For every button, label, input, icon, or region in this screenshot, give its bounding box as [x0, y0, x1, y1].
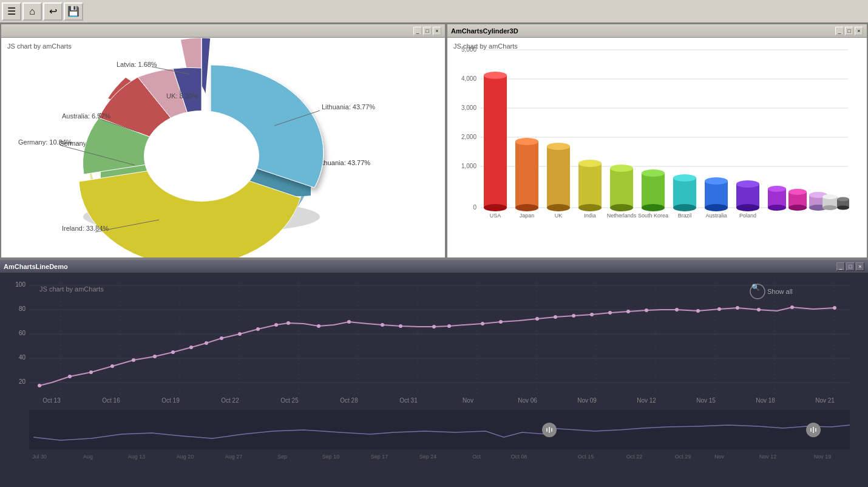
- pie-minimize-button[interactable]: _: [413, 27, 422, 35]
- svg-text:UK: 3.20%: UK: 3.20%: [166, 92, 198, 100]
- svg-text:Nov: Nov: [463, 397, 473, 404]
- svg-text:Oct 29: Oct 29: [675, 454, 691, 460]
- svg-point-134: [717, 307, 721, 311]
- svg-text:80: 80: [19, 305, 26, 312]
- svg-text:South Korea: South Korea: [638, 213, 668, 219]
- top-row: _ □ × JS chart by amCharts: [0, 23, 868, 260]
- svg-point-67: [788, 205, 807, 211]
- svg-point-125: [535, 317, 539, 321]
- cylinder-chart-svg: 5,000 4,000 3,000 2,000 1,000 0 USA: [447, 38, 860, 253]
- svg-point-113: [238, 332, 242, 336]
- svg-point-43: [610, 165, 633, 172]
- svg-text:Jul 30: Jul 30: [32, 454, 47, 460]
- svg-text:Nov 09: Nov 09: [577, 397, 597, 404]
- svg-point-64: [768, 205, 786, 211]
- home-button[interactable]: ⌂: [22, 2, 42, 21]
- line-chart-svg: JS chart by amCharts 100 80 60 40 20: [0, 273, 868, 486]
- svg-point-111: [205, 341, 208, 345]
- svg-text:Oct 22: Oct 22: [221, 397, 239, 404]
- svg-text:Australia: Australia: [705, 213, 727, 219]
- svg-rect-54: [705, 181, 728, 208]
- svg-point-1: [144, 111, 259, 202]
- line-minimize-button[interactable]: _: [836, 262, 845, 271]
- svg-point-129: [608, 311, 612, 315]
- svg-text:Nov 18: Nov 18: [756, 397, 775, 404]
- svg-point-119: [381, 323, 384, 327]
- svg-point-114: [256, 327, 260, 331]
- cylinder-maximize-button[interactable]: □: [845, 27, 853, 35]
- svg-point-66: [788, 189, 807, 195]
- svg-point-118: [347, 320, 351, 324]
- svg-point-44: [610, 204, 633, 211]
- line-panel-title: AmChartsLineDemo: [4, 263, 68, 270]
- svg-point-40: [578, 204, 602, 211]
- cylinder-close-button[interactable]: ×: [855, 27, 863, 35]
- svg-text:Oct 19: Oct 19: [161, 397, 180, 404]
- svg-point-132: [675, 308, 679, 312]
- svg-text:3,000: 3,000: [461, 104, 476, 111]
- svg-text:Germany: 10.94%: Germany: 10.94%: [18, 138, 72, 146]
- line-chart-panel: AmChartsLineDemo _ □ × JS chart by amCha…: [0, 260, 868, 487]
- line-close-button[interactable]: ×: [856, 262, 864, 271]
- svg-point-138: [833, 306, 836, 310]
- cylinder-minimize-button[interactable]: _: [835, 27, 844, 35]
- svg-text:Oct 13: Oct 13: [42, 397, 61, 404]
- svg-text:Aug 27: Aug 27: [225, 454, 243, 460]
- svg-point-35: [547, 143, 570, 150]
- svg-rect-156: [29, 410, 850, 449]
- svg-point-28: [484, 204, 507, 211]
- svg-point-131: [645, 308, 648, 312]
- svg-point-126: [554, 315, 557, 319]
- svg-point-60: [736, 204, 759, 211]
- line-panel-titlebar: AmChartsLineDemo _ □ ×: [0, 260, 868, 273]
- cylinder-chart-panel: AmChartsCylinder3D _ □ × JS chart by amC…: [446, 23, 868, 259]
- svg-rect-50: [673, 178, 696, 208]
- svg-text:Sep 24: Sep 24: [419, 454, 437, 460]
- svg-point-32: [515, 204, 538, 211]
- svg-text:Oct 25: Oct 25: [280, 397, 299, 404]
- svg-point-39: [578, 160, 602, 167]
- svg-text:USA: USA: [490, 213, 501, 219]
- svg-text:JS chart by amCharts: JS chart by amCharts: [39, 285, 104, 293]
- pie-chart-panel: _ □ × JS chart by amCharts: [0, 23, 446, 259]
- save-button[interactable]: 💾: [64, 2, 83, 21]
- svg-point-107: [132, 358, 135, 362]
- cylinder-chart-area: JS chart by amCharts 5,000 4,000 3,000 2…: [447, 38, 867, 257]
- svg-point-121: [432, 325, 436, 329]
- svg-rect-34: [547, 146, 570, 208]
- svg-text:4,000: 4,000: [461, 75, 476, 82]
- svg-text:Aug: Aug: [83, 454, 93, 460]
- svg-point-128: [590, 313, 594, 316]
- svg-point-63: [768, 186, 786, 192]
- svg-text:Oct 16: Oct 16: [102, 397, 120, 404]
- cylinder-panel-titlebar: AmChartsCylinder3D _ □ ×: [447, 24, 867, 38]
- undo-button[interactable]: ↩: [43, 2, 63, 21]
- svg-point-31: [515, 138, 538, 145]
- svg-point-76: [837, 206, 849, 210]
- svg-point-108: [153, 355, 157, 358]
- svg-text:Oct 15: Oct 15: [578, 454, 594, 460]
- svg-text:Nov 12: Nov 12: [759, 454, 777, 460]
- svg-text:Japan: Japan: [520, 213, 535, 219]
- svg-text:Oct 31: Oct 31: [399, 397, 418, 404]
- svg-text:Nov 12: Nov 12: [637, 397, 656, 404]
- svg-point-56: [705, 204, 728, 211]
- svg-text:Nov 06: Nov 06: [518, 397, 537, 404]
- svg-point-72: [822, 194, 837, 199]
- svg-text:0: 0: [473, 204, 476, 211]
- svg-text:Sep: Sep: [277, 454, 287, 460]
- line-maximize-button[interactable]: □: [846, 262, 855, 271]
- pie-close-button[interactable]: ×: [433, 27, 441, 35]
- svg-point-52: [673, 204, 696, 211]
- menu-button[interactable]: ☰: [2, 2, 21, 21]
- svg-point-47: [642, 169, 665, 177]
- svg-rect-38: [578, 163, 602, 208]
- cylinder-chart-label: JS chart by amCharts: [453, 43, 518, 50]
- svg-text:Oct 22: Oct 22: [626, 454, 643, 460]
- svg-text:Sep 10: Sep 10: [322, 454, 340, 460]
- svg-text:20: 20: [19, 378, 26, 385]
- pie-maximize-button[interactable]: □: [423, 27, 432, 35]
- pie-panel-titlebar: _ □ ×: [1, 24, 445, 38]
- svg-point-105: [89, 370, 93, 374]
- svg-text:Brazil: Brazil: [678, 213, 692, 219]
